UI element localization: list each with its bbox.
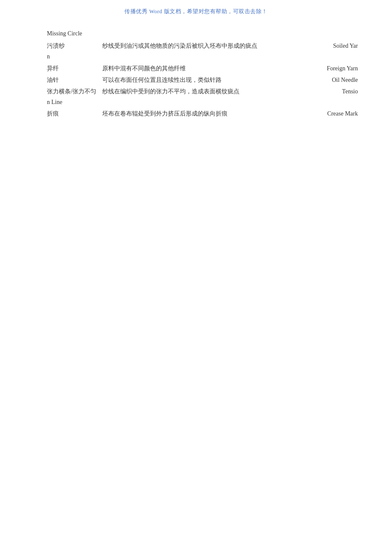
desc-cn-soiled-yarn: 纱线受到油污或其他物质的污染后被织入坯布中形成的疵点 [102, 40, 325, 51]
entries-container: 污渍纱纱线受到油污或其他物质的污染后被织入坯布中形成的疵点Soiled Yarn… [47, 40, 358, 119]
entry-row-oil-needle: 油针可以在布面任何位置且连续性出现，类似针路Oil Needle [47, 75, 358, 85]
entry-row-soiled-yarn: 污渍纱纱线受到油污或其他物质的污染后被织入坯布中形成的疵点Soiled Yarn [47, 40, 358, 62]
entry-row-foreign-yarn: 异纤原料中混有不同颜色的其他纤维Foreign Yarn [47, 63, 358, 74]
term-en-oil-needle: Oil Needle [332, 75, 358, 85]
top-banner: 传播优秀 Word 版文档，希望对您有帮助，可双击去除！ [0, 0, 392, 20]
term-en2-soiled-yarn: n [47, 51, 358, 62]
entry-row-tension-line: 张力横条/张力不匀纱线在编织中受到的张力不平均，造成表面横纹疵点Tension … [47, 86, 358, 107]
term-en-crease-mark: Crease Mark [327, 108, 358, 119]
term-cn-soiled-yarn: 污渍纱 [47, 40, 102, 51]
desc-cn-tension-line: 纱线在编织中受到的张力不平均，造成表面横纹疵点 [102, 86, 334, 97]
term-cn-tension-line: 张力横条/张力不匀 [47, 86, 102, 97]
term-cn-oil-needle: 油针 [47, 75, 102, 85]
term-en2-tension-line: n Line [47, 97, 358, 107]
banner-text: 传播优秀 Word 版文档，希望对您有帮助，可双击去除！ [124, 8, 267, 14]
term-en-soiled-yarn: Soiled Yar [333, 40, 358, 51]
desc-cn-foreign-yarn: 原料中混有不同颜色的其他纤维 [102, 63, 318, 74]
desc-cn-crease-mark: 坯布在卷布辊处受到外力挤压后形成的纵向折痕 [102, 108, 319, 119]
term-cn-crease-mark: 折痕 [47, 108, 102, 119]
content-area: Missing Circle 污渍纱纱线受到油污或其他物质的污染后被织入坯布中形… [0, 20, 392, 137]
term-cn-foreign-yarn: 异纤 [47, 63, 102, 74]
heading: Missing Circle [47, 28, 358, 39]
entry-row-crease-mark: 折痕坯布在卷布辊处受到外力挤压后形成的纵向折痕Crease Mark [47, 108, 358, 119]
desc-cn-oil-needle: 可以在布面任何位置且连续性出现，类似针路 [102, 75, 323, 85]
term-en-tension-line: Tensio [342, 86, 358, 97]
term-en-foreign-yarn: Foreign Yarn [327, 63, 358, 74]
